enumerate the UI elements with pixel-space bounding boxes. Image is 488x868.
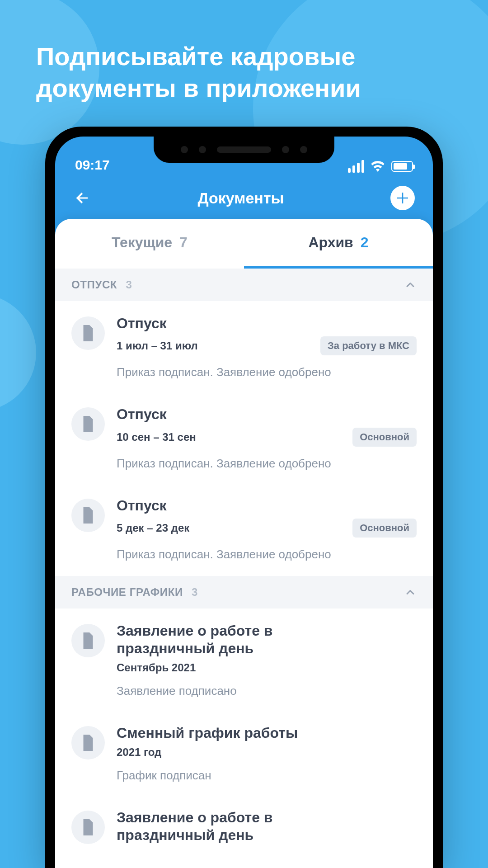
item-status: Приказ подписан. Заявление одобрено xyxy=(117,547,417,561)
tab-archive[interactable]: Архив 2 xyxy=(244,219,433,269)
item-dates: 5 дек – 23 дек xyxy=(117,522,189,534)
battery-icon xyxy=(391,161,413,172)
item-badge: Основной xyxy=(352,428,417,447)
list-item[interactable]: Отпуск 1 июл – 31 июл За работу в МКС Пр… xyxy=(55,301,433,394)
document-icon xyxy=(71,407,105,441)
document-icon xyxy=(71,624,105,657)
document-icon xyxy=(71,499,105,532)
section-header[interactable]: РАБОЧИЕ ГРАФИКИ 3 xyxy=(55,576,433,609)
camera-dot xyxy=(199,146,206,153)
arrow-left-icon xyxy=(74,190,90,206)
list-item[interactable]: Отпуск 10 сен – 31 сен Основной Приказ п… xyxy=(55,394,433,485)
item-title: Заявление о работе в праздничный день xyxy=(117,809,306,844)
tab-label: Текущие xyxy=(112,234,172,251)
item-dates: 1 июл – 31 июл xyxy=(117,340,198,352)
item-title: Отпуск xyxy=(117,406,417,423)
tab-count: 2 xyxy=(361,234,369,251)
section-title: ОТПУСК xyxy=(71,278,117,291)
chevron-up-icon xyxy=(404,586,417,599)
list-item[interactable]: Сменный график работы 2021 год График по… xyxy=(55,712,433,797)
camera-dot xyxy=(282,146,289,153)
list-item[interactable]: Заявление о работе в праздничный день Се… xyxy=(55,609,433,712)
nav-header: Документы xyxy=(55,177,433,219)
back-button[interactable] xyxy=(73,189,91,207)
tabs: Текущие 7 Архив 2 xyxy=(55,219,433,269)
chevron-up-icon xyxy=(404,278,417,291)
item-title: Заявление о работе в праздничный день xyxy=(117,622,306,657)
add-button[interactable] xyxy=(390,186,415,210)
list-item[interactable]: Отпуск 5 дек – 23 дек Основной Приказ по… xyxy=(55,485,433,576)
cellular-icon xyxy=(348,160,364,173)
tab-label: Архив xyxy=(308,234,353,251)
section-title: РАБОЧИЕ ГРАФИКИ xyxy=(71,586,183,598)
section-header[interactable]: ОТПУСК 3 xyxy=(55,269,433,301)
promo-headline: Подписывайте кадровые документы в прилож… xyxy=(36,41,452,104)
bg-decor-circle xyxy=(0,294,36,411)
speaker-grille xyxy=(217,146,271,153)
item-badge: За работу в МКС xyxy=(320,336,417,355)
phone-notch xyxy=(154,137,334,163)
item-dates: Сентябрь 2021 xyxy=(117,661,196,674)
document-icon xyxy=(71,316,105,350)
camera-dot xyxy=(300,146,307,153)
item-badge: Основной xyxy=(352,519,417,538)
item-dates: 2021 год xyxy=(117,746,161,759)
document-icon xyxy=(71,811,105,844)
camera-dot xyxy=(181,146,188,153)
item-status: Приказ подписан. Заявление одобрено xyxy=(117,365,417,379)
item-status: Приказ подписан. Заявление одобрено xyxy=(117,457,417,471)
clock: 09:17 xyxy=(75,157,110,173)
tab-count: 7 xyxy=(179,234,188,251)
content-sheet: Текущие 7 Архив 2 ОТПУСК 3 xyxy=(55,219,433,868)
item-status: Заявление подписано xyxy=(117,684,417,698)
item-title: Сменный график работы xyxy=(117,724,417,741)
document-icon xyxy=(71,726,105,760)
section-count: 3 xyxy=(192,586,198,598)
phone-screen: 09:17 Документы xyxy=(55,137,433,868)
phone-frame: 09:17 Документы xyxy=(45,127,443,868)
item-dates: 10 сен – 31 сен xyxy=(117,431,196,443)
wifi-icon xyxy=(371,161,385,172)
item-title: Отпуск xyxy=(117,315,417,332)
item-status: График подписан xyxy=(117,769,417,783)
plus-icon xyxy=(395,191,410,205)
page-title: Документы xyxy=(197,189,284,207)
section-count: 3 xyxy=(126,278,132,291)
item-title: Отпуск xyxy=(117,497,417,514)
list-item[interactable]: Заявление о работе в праздничный день xyxy=(55,797,433,859)
tab-current[interactable]: Текущие 7 xyxy=(55,219,244,269)
